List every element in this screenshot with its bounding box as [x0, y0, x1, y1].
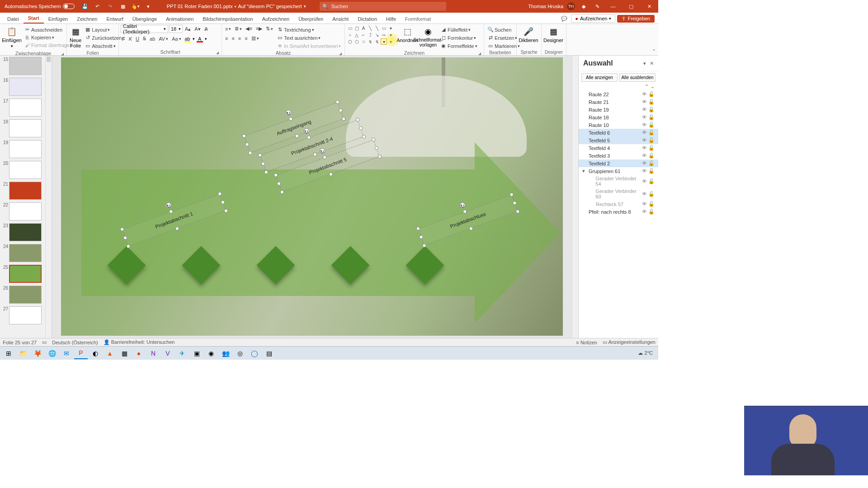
- chrome-icon[interactable]: 🌐: [45, 347, 59, 359]
- user-avatar[interactable]: TH: [567, 2, 575, 10]
- explorer-icon[interactable]: 📁: [16, 347, 30, 359]
- clear-format-icon[interactable]: A̷: [203, 25, 209, 33]
- text-direction-button[interactable]: ⇅Textrichtung▾: [275, 26, 342, 33]
- visibility-icon[interactable]: 👁: [642, 145, 647, 151]
- thumbnail-20[interactable]: 20: [0, 160, 52, 180]
- lock-icon[interactable]: 🔓: [648, 114, 655, 120]
- visibility-icon[interactable]: 👁: [642, 107, 647, 113]
- shadow-button[interactable]: ab: [148, 35, 156, 42]
- selection-item[interactable]: Raute 18 👁🔓: [579, 113, 658, 121]
- thumbnail-18[interactable]: 18: [0, 118, 52, 139]
- increase-font-icon[interactable]: A▴: [184, 25, 192, 33]
- search-input[interactable]: 🔍 Suchen: [320, 2, 446, 11]
- section-button[interactable]: ▭Abschnitt▾: [83, 42, 123, 50]
- lock-icon[interactable]: 🔓: [648, 168, 655, 174]
- visibility-icon[interactable]: 👁: [642, 209, 647, 215]
- lock-icon[interactable]: 🔓: [648, 160, 655, 166]
- visibility-icon[interactable]: 👁: [642, 122, 647, 128]
- replace-button[interactable]: ⇄Ersetzen▾: [486, 34, 521, 42]
- selection-item[interactable]: Raute 21 👁🔓: [579, 98, 658, 106]
- onenote-icon[interactable]: N: [146, 347, 160, 359]
- undo-icon[interactable]: ↶: [93, 1, 103, 11]
- powerpoint-icon[interactable]: P: [74, 347, 88, 359]
- autosave-toggle[interactable]: Automatisches Speichern: [2, 4, 77, 9]
- tab-hilfe[interactable]: Hilfe: [382, 14, 401, 23]
- thumbnail-26[interactable]: 26: [0, 284, 52, 305]
- draw-icon[interactable]: ✎: [592, 1, 602, 11]
- lock-icon[interactable]: 🔓: [648, 201, 655, 207]
- accessibility-status[interactable]: 👤 Barrierefreiheit: Untersuchen: [104, 339, 175, 345]
- selection-item[interactable]: Raute 10 👁🔓: [579, 121, 658, 129]
- shape-outline-button[interactable]: ◻Formkontur▾: [439, 34, 479, 42]
- thumbnail-15[interactable]: 15: [0, 56, 52, 76]
- bold-button[interactable]: F: [121, 35, 127, 42]
- spellcheck-icon[interactable]: ▭: [42, 339, 47, 345]
- move-up-icon[interactable]: ⌃: [645, 84, 649, 89]
- touch-mode-icon[interactable]: 👆▾: [131, 1, 141, 11]
- selection-item[interactable]: Textfeld 5 👁🔓: [579, 136, 658, 144]
- lock-icon[interactable]: 🔓: [648, 209, 655, 215]
- pane-dropdown-icon[interactable]: ▾: [643, 61, 646, 66]
- close-icon[interactable]: ✕: [642, 0, 656, 13]
- thumbnail-24[interactable]: 24: [0, 243, 52, 263]
- lock-icon[interactable]: 🔓: [648, 99, 655, 105]
- present-from-start-icon[interactable]: ▦: [118, 1, 128, 11]
- reset-button[interactable]: ↺Zurücksetzen: [83, 34, 123, 42]
- thumbnail-17[interactable]: 17: [0, 97, 52, 118]
- thumbnail-27[interactable]: 27: [0, 305, 52, 326]
- record-button[interactable]: ●Aufzeichnen▾: [571, 14, 615, 23]
- thumbnail-22[interactable]: 22: [0, 201, 52, 222]
- selection-item[interactable]: Pfeil: nach rechts 8 👁🔓: [579, 208, 658, 216]
- copy-button[interactable]: ⎘Kopieren▾: [23, 34, 74, 41]
- app2-icon[interactable]: ▦: [118, 347, 131, 359]
- selection-item[interactable]: Raute 19 👁🔓: [579, 106, 658, 113]
- lock-icon[interactable]: 🔓: [648, 107, 655, 113]
- app8-icon[interactable]: ◯: [248, 347, 261, 359]
- thumbnail-16[interactable]: 16: [0, 76, 52, 97]
- visibility-icon[interactable]: 👁: [642, 160, 647, 166]
- dictate-button[interactable]: 🎤Diktieren: [519, 25, 538, 45]
- tab-animationen[interactable]: Animationen: [161, 14, 198, 23]
- notes-button[interactable]: ≡ Notizen: [576, 340, 597, 345]
- outlook-icon[interactable]: ✉: [60, 347, 73, 359]
- telegram-icon[interactable]: ✈: [175, 347, 189, 359]
- change-case-button[interactable]: Aa▾: [170, 35, 182, 42]
- thumbnail-19[interactable]: 19: [0, 139, 52, 160]
- shape-effects-button[interactable]: ◉Formeffekte▾: [439, 42, 479, 50]
- selection-item[interactable]: Textfeld 6 👁🔓: [579, 129, 658, 136]
- tab-aufzeichnen[interactable]: Aufzeichnen: [258, 14, 294, 23]
- thumbnail-25[interactable]: 25: [0, 263, 52, 284]
- tab-entwurf[interactable]: Entwurf: [102, 14, 127, 23]
- tab-formformat[interactable]: Formformat: [401, 14, 435, 23]
- align-text-button[interactable]: ▭Text ausrichten▾: [275, 34, 342, 42]
- line-spacing-button[interactable]: ⇅▾: [264, 25, 274, 33]
- visibility-icon[interactable]: 👁: [642, 137, 647, 143]
- decrease-indent-icon[interactable]: ◀≡: [244, 25, 253, 33]
- selection-item[interactable]: Rechteck 57 👁🔓: [579, 200, 658, 208]
- columns-button[interactable]: ▥▾: [250, 34, 260, 42]
- tab-einfuegen[interactable]: Einfügen: [44, 14, 72, 23]
- canvas-scrollbar[interactable]: [572, 56, 578, 338]
- lock-icon[interactable]: 🔓: [648, 191, 655, 197]
- shapes-gallery[interactable]: ▭▢A╲╲▭▾ ○△⌐⤴↘⇨▾ ⬡⬠☆↯↯▾▾: [347, 25, 396, 45]
- char-spacing-button[interactable]: AV▾: [157, 35, 170, 42]
- strike-button[interactable]: S̶: [142, 35, 147, 42]
- start-menu-icon[interactable]: ⊞: [2, 347, 15, 359]
- redo-icon[interactable]: ↷: [105, 1, 115, 11]
- lock-icon[interactable]: 🔓: [648, 137, 655, 143]
- selection-item[interactable]: Textfeld 4 👁🔓: [579, 144, 658, 152]
- app5-icon[interactable]: ◉: [204, 347, 218, 359]
- new-slide-button[interactable]: ▦Neue Folie: [69, 25, 82, 50]
- lock-icon[interactable]: 🔓: [648, 91, 655, 97]
- shape-fill-button[interactable]: ◢Fülleffekt▾: [439, 26, 479, 33]
- justify-icon[interactable]: ≡: [243, 35, 249, 42]
- visibility-icon[interactable]: 👁: [642, 114, 647, 120]
- selection-item[interactable]: Gerader Verbinder 54 👁🔓: [579, 175, 658, 188]
- numbering-button[interactable]: ≣▾: [233, 25, 243, 33]
- share-button[interactable]: ⇪Freigeben: [617, 15, 655, 23]
- comments-icon[interactable]: 💬: [559, 14, 569, 23]
- quick-styles-button[interactable]: ◉Schnellformat- vorlagen: [418, 25, 438, 49]
- italic-button[interactable]: K: [127, 35, 133, 42]
- lock-icon[interactable]: 🔓: [648, 153, 655, 159]
- tab-uebergaenge[interactable]: Übergänge: [128, 14, 161, 23]
